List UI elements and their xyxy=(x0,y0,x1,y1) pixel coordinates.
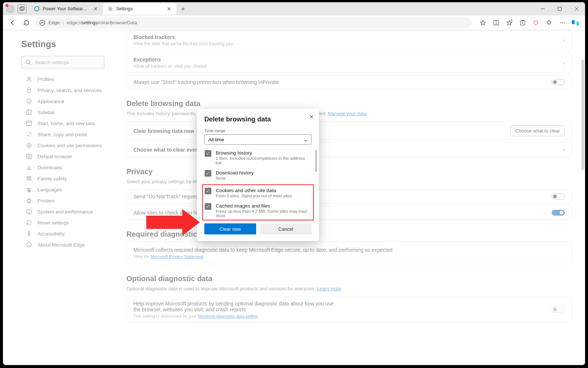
annotation-arrow xyxy=(146,216,183,229)
copilot-icon[interactable] xyxy=(570,17,581,29)
checkbox-icon[interactable]: ✓ xyxy=(205,150,211,157)
svg-point-16 xyxy=(560,22,561,23)
favorites-icon[interactable] xyxy=(503,17,515,29)
profile-avatar[interactable] xyxy=(6,4,15,13)
maximize-button[interactable] xyxy=(551,2,568,15)
new-tab-button[interactable]: ＋ xyxy=(178,4,188,14)
window-controls xyxy=(534,2,585,15)
address-url: edge://settings/clearBrowserData xyxy=(67,20,137,25)
time-range-label: Time range xyxy=(204,128,312,133)
dialog-title: Delete browsing data xyxy=(204,116,312,123)
tab-actions-icon[interactable] xyxy=(18,4,26,13)
checkbox-icon[interactable]: ✓ xyxy=(205,170,211,177)
svg-point-2 xyxy=(35,7,39,11)
back-button[interactable] xyxy=(7,17,18,29)
dialog-close-button[interactable]: ✕ xyxy=(307,113,315,121)
time-range-select[interactable]: All time ⌄ xyxy=(204,134,312,145)
edge-icon xyxy=(39,20,46,26)
check-browsing-history[interactable]: ✓ Browsing history 1 item. Includes auto… xyxy=(204,150,312,165)
chevron-down-icon: ⌄ xyxy=(304,137,308,142)
close-icon[interactable]: ✕ xyxy=(93,6,98,12)
minimize-button[interactable] xyxy=(534,2,551,15)
window-close-button[interactable] xyxy=(568,2,585,15)
more-icon[interactable] xyxy=(556,17,568,29)
svg-point-3 xyxy=(110,8,111,10)
toolbar: Edge | edge://settings/clearBrowserData xyxy=(3,15,585,30)
tab-title: Settings xyxy=(116,6,163,11)
svg-rect-5 xyxy=(558,7,562,11)
favorite-star-icon[interactable] xyxy=(477,17,489,29)
annotation-highlight: ✓ Cookies and other site data From 9 sit… xyxy=(202,184,314,220)
tab-2-settings[interactable]: Settings ✕ xyxy=(103,3,176,15)
check-download-history[interactable]: ✓ Download history None xyxy=(204,170,312,181)
close-icon[interactable]: ✕ xyxy=(166,6,172,12)
tab-title: Power Your Software Testing with… xyxy=(43,6,90,11)
svg-point-17 xyxy=(562,22,563,23)
check-cookies[interactable]: ✓ Cookies and other site data From 9 sit… xyxy=(204,187,312,198)
gear-icon xyxy=(107,6,113,12)
address-bar[interactable]: Edge | edge://settings/clearBrowserData xyxy=(35,17,472,28)
collections-icon[interactable] xyxy=(517,17,528,29)
dialog-scrollbar[interactable] xyxy=(315,150,317,172)
tab-1[interactable]: Power Your Software Testing with… ✕ xyxy=(29,3,103,15)
svg-point-18 xyxy=(564,22,565,23)
clear-now-button[interactable]: Clear now xyxy=(204,223,256,234)
checkbox-icon[interactable]: ✓ xyxy=(205,203,211,210)
checkbox-icon[interactable]: ✓ xyxy=(205,188,211,194)
address-site-label: Edge xyxy=(49,20,60,25)
refresh-button[interactable] xyxy=(21,17,32,29)
browser-essentials-icon[interactable] xyxy=(530,17,542,29)
check-cache[interactable]: ✓ Cached images and files Frees up less … xyxy=(204,203,312,218)
title-bar: Power Your Software Testing with… ✕ Sett… xyxy=(3,2,585,15)
tab-favicon-testing xyxy=(34,6,40,12)
cancel-button[interactable]: Cancel xyxy=(260,223,312,234)
extensions-icon[interactable] xyxy=(543,17,555,29)
clear-options-list: ✓ Browsing history 1 item. Includes auto… xyxy=(204,150,312,220)
split-screen-icon[interactable] xyxy=(490,17,502,29)
delete-browsing-data-dialog: ✕ Delete browsing data Time range All ti… xyxy=(197,109,319,241)
browser-window: Power Your Software Testing with… ✕ Sett… xyxy=(3,2,585,365)
